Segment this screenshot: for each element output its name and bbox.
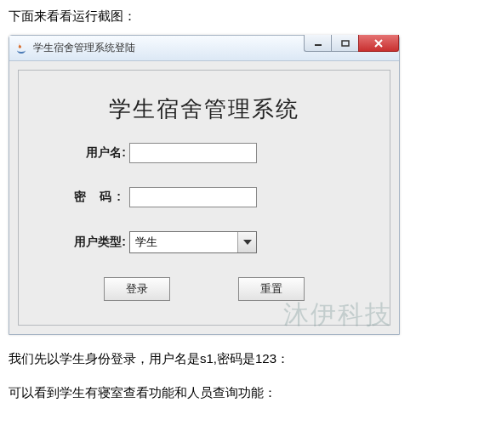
- password-label: 密 码:: [44, 190, 129, 205]
- chevron-down-icon: [237, 232, 256, 252]
- usertype-selected-value: 学生: [130, 232, 237, 252]
- password-row: 密 码:: [44, 187, 364, 207]
- usertype-row: 用户类型: 学生: [44, 231, 364, 253]
- window-title: 学生宿舍管理系统登陆: [33, 41, 135, 55]
- button-row: 登录 重置: [44, 277, 364, 301]
- login-button[interactable]: 登录: [104, 277, 170, 301]
- usertype-select[interactable]: 学生: [129, 231, 257, 253]
- close-button[interactable]: [358, 35, 399, 52]
- minimize-button[interactable]: [304, 35, 331, 52]
- intro-caption: 下面来看看运行截图：: [9, 9, 481, 25]
- username-label: 用户名:: [44, 145, 129, 161]
- password-input[interactable]: [129, 187, 257, 207]
- footer-text-1: 我们先以学生身份登录，用户名是s1,密码是123：: [9, 349, 481, 369]
- maximize-button[interactable]: [331, 35, 358, 52]
- username-input[interactable]: [129, 143, 257, 163]
- reset-button[interactable]: 重置: [238, 277, 305, 301]
- svg-rect-0: [315, 44, 322, 46]
- client-area: 学生宿舍管理系统 用户名: 密 码: 用户类型: 学生 登录: [9, 61, 399, 334]
- svg-rect-1: [342, 41, 349, 46]
- username-row: 用户名:: [44, 143, 364, 163]
- window-controls: [304, 35, 399, 52]
- app-window: 学生宿舍管理系统登陆 学生宿舍管理系统 用户名: 密 码:: [9, 35, 400, 335]
- app-heading: 学生宿舍管理系统: [44, 94, 364, 124]
- window-titlebar: 学生宿舍管理系统登陆: [9, 36, 399, 61]
- login-form-panel: 学生宿舍管理系统 用户名: 密 码: 用户类型: 学生 登录: [18, 70, 390, 326]
- footer-text-2: 可以看到学生有寝室查看功能和人员查询功能：: [9, 383, 481, 403]
- java-icon: [14, 42, 28, 55]
- usertype-label: 用户类型:: [44, 235, 129, 250]
